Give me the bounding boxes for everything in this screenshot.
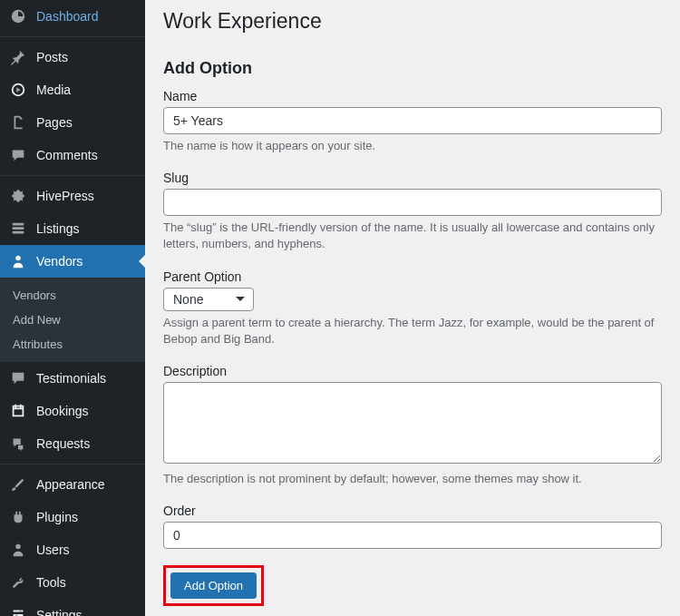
- sidebar-label: Dashboard: [36, 9, 99, 24]
- slug-field-group: Slug The “slug” is the URL-friendly vers…: [163, 171, 662, 252]
- slug-input[interactable]: [163, 189, 662, 216]
- sidebar-label: Appearance: [36, 477, 105, 492]
- submenu-item-add-new[interactable]: Add New: [0, 308, 145, 332]
- admin-sidebar: Dashboard Posts Media Pages Comments Hiv…: [0, 0, 145, 616]
- description-hint: The description is not prominent by defa…: [163, 471, 662, 487]
- description-textarea[interactable]: [163, 382, 662, 464]
- sidebar-item-posts[interactable]: Posts: [0, 41, 145, 73]
- sidebar-label: Media: [36, 83, 71, 97]
- sidebar-item-comments[interactable]: Comments: [0, 139, 145, 171]
- name-input[interactable]: [163, 107, 662, 134]
- plugin-icon: [9, 508, 27, 526]
- order-field-group: Order: [163, 504, 662, 549]
- sidebar-item-appearance[interactable]: Appearance: [0, 468, 145, 501]
- hivepress-icon: [9, 187, 27, 205]
- svg-point-3: [19, 610, 22, 612]
- comment-icon: [9, 146, 27, 164]
- order-label: Order: [163, 504, 662, 518]
- section-title: Add Option: [163, 59, 662, 78]
- sidebar-item-tools[interactable]: Tools: [0, 566, 145, 599]
- description-field-group: Description The description is not promi…: [163, 364, 662, 487]
- parent-select[interactable]: None: [163, 288, 254, 311]
- name-hint: The name is how it appears on your site.: [163, 138, 662, 154]
- sidebar-label: Listings: [36, 221, 79, 236]
- svg-point-2: [15, 544, 20, 549]
- main-content: Work Experience Add Option Name The name…: [145, 0, 680, 616]
- submenu-item-vendors[interactable]: Vendors: [0, 283, 145, 308]
- sidebar-item-plugins[interactable]: Plugins: [0, 501, 145, 533]
- sidebar-item-hivepress[interactable]: HivePress: [0, 180, 145, 212]
- dashboard-icon: [9, 7, 27, 25]
- sidebar-item-users[interactable]: Users: [0, 533, 145, 566]
- brush-icon: [9, 475, 27, 494]
- sidebar-item-pages[interactable]: Pages: [0, 106, 145, 139]
- add-option-button[interactable]: Add Option: [170, 572, 257, 599]
- testimonials-icon: [9, 369, 27, 387]
- sidebar-label: Comments: [36, 148, 98, 162]
- svg-point-1: [15, 256, 20, 260]
- listings-icon: [9, 220, 27, 238]
- sidebar-label: Vendors: [36, 254, 83, 269]
- sidebar-item-testimonials[interactable]: Testimonials: [0, 362, 145, 395]
- name-field-group: Name The name is how it appears on your …: [163, 89, 662, 154]
- description-label: Description: [163, 364, 662, 378]
- slug-label: Slug: [163, 171, 662, 185]
- pin-icon: [9, 48, 27, 66]
- requests-icon: [9, 435, 27, 453]
- users-icon: [9, 541, 27, 559]
- name-label: Name: [163, 89, 662, 103]
- sidebar-item-settings[interactable]: Settings: [0, 599, 145, 616]
- sidebar-item-requests[interactable]: Requests: [0, 427, 145, 460]
- parent-label: Parent Option: [163, 269, 662, 284]
- sidebar-item-media[interactable]: Media: [0, 73, 145, 106]
- sidebar-label: Testimonials: [36, 371, 106, 386]
- submenu-item-attributes[interactable]: Attributes: [0, 332, 145, 357]
- sidebar-label: Tools: [36, 575, 66, 590]
- parent-field-group: Parent Option None Assign a parent term …: [163, 269, 662, 347]
- sidebar-label: Requests: [36, 436, 90, 451]
- sidebar-item-bookings[interactable]: Bookings: [0, 395, 145, 427]
- sidebar-item-listings[interactable]: Listings: [0, 212, 145, 245]
- submit-highlight: Add Option: [163, 565, 264, 606]
- sidebar-label: Posts: [36, 50, 68, 64]
- vendors-icon: [9, 252, 27, 270]
- sidebar-label: Pages: [36, 115, 73, 130]
- sidebar-label: Users: [36, 543, 70, 557]
- media-icon: [9, 81, 27, 99]
- parent-select-wrap: None: [163, 288, 254, 311]
- pages-icon: [9, 113, 27, 132]
- sidebar-label: HivePress: [36, 189, 94, 203]
- page-title: Work Experience: [163, 9, 662, 34]
- order-input[interactable]: [163, 522, 662, 549]
- slug-hint: The “slug” is the URL-friendly version o…: [163, 220, 662, 252]
- sidebar-label: Settings: [36, 608, 83, 616]
- sidebar-item-dashboard[interactable]: Dashboard: [0, 0, 145, 33]
- calendar-icon: [9, 402, 27, 420]
- sidebar-label: Plugins: [36, 510, 78, 524]
- parent-hint: Assign a parent term to create a hierarc…: [163, 315, 662, 347]
- wrench-icon: [9, 573, 27, 592]
- settings-icon: [9, 606, 27, 616]
- sidebar-item-vendors[interactable]: Vendors: [0, 245, 145, 278]
- vendors-submenu: Vendors Add New Attributes: [0, 278, 145, 362]
- sidebar-label: Bookings: [36, 404, 89, 418]
